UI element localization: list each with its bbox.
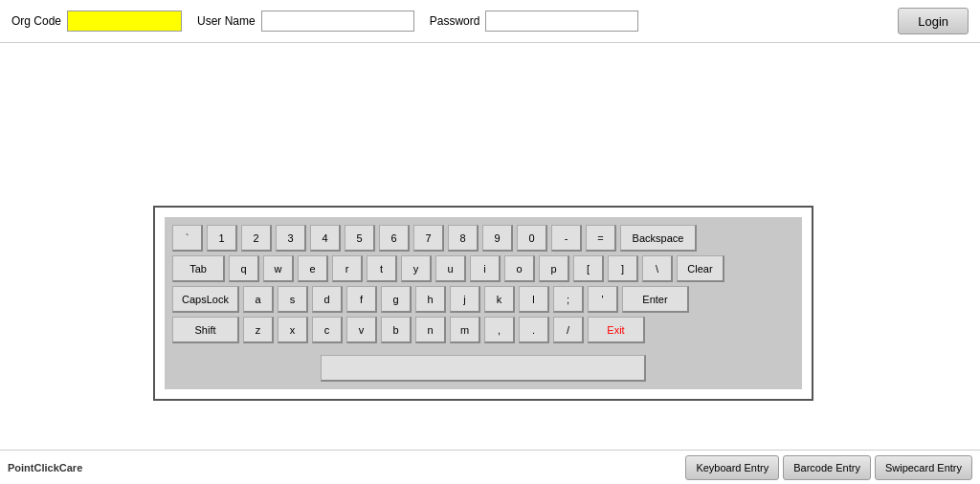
spacebar-wrap (172, 355, 794, 382)
swipecard-entry-button[interactable]: Swipecard Entry (875, 455, 972, 480)
password-group: Password (430, 11, 639, 32)
brand-label: PointClickCare (8, 462, 82, 473)
org-code-input[interactable] (67, 11, 182, 32)
username-label: User Name (197, 14, 256, 28)
key-row-2: Tab q w e r t y u i o p [ ] \ Clear (172, 255, 794, 282)
key-minus[interactable]: - (551, 225, 582, 252)
login-button[interactable]: Login (898, 8, 969, 34)
key-h[interactable]: h (415, 286, 446, 313)
footer-buttons: Keyboard Entry Barcode Entry Swipecard E… (685, 455, 972, 480)
main-content: ` 1 2 3 4 5 6 7 8 9 0 - = Backspace Tab … (0, 43, 980, 454)
key-m[interactable]: m (450, 317, 480, 343)
key-tab[interactable]: Tab (172, 255, 225, 282)
key-comma[interactable]: , (484, 317, 515, 343)
key-c[interactable]: c (312, 317, 343, 343)
key-row-4: Shift z x c v b n m , . / Exit (172, 317, 794, 343)
key-6[interactable]: 6 (379, 225, 410, 252)
key-backtick[interactable]: ` (172, 225, 203, 252)
key-b[interactable]: b (381, 317, 412, 343)
key-g[interactable]: g (381, 286, 412, 313)
key-w[interactable]: w (263, 255, 294, 282)
key-lbracket[interactable]: [ (573, 255, 604, 282)
key-rbracket[interactable]: ] (608, 255, 638, 282)
key-f[interactable]: f (346, 286, 377, 313)
key-backslash[interactable]: \ (642, 255, 673, 282)
key-1[interactable]: 1 (207, 225, 237, 252)
key-9[interactable]: 9 (482, 225, 513, 252)
key-backspace[interactable]: Backspace (620, 225, 697, 252)
username-group: User Name (197, 11, 414, 32)
key-quote[interactable]: ' (588, 286, 618, 313)
key-exit[interactable]: Exit (588, 317, 645, 343)
username-input[interactable] (261, 11, 414, 32)
key-q[interactable]: q (229, 255, 259, 282)
key-t[interactable]: t (367, 255, 397, 282)
key-7[interactable]: 7 (413, 225, 444, 252)
key-equals[interactable]: = (586, 225, 616, 252)
key-e[interactable]: e (298, 255, 328, 282)
key-u[interactable]: u (435, 255, 466, 282)
key-semicolon[interactable]: ; (553, 286, 584, 313)
key-4[interactable]: 4 (310, 225, 341, 252)
key-capslock[interactable]: CapsLock (172, 286, 239, 313)
keyboard-entry-button[interactable]: Keyboard Entry (685, 455, 779, 480)
key-8[interactable]: 8 (448, 225, 479, 252)
key-a[interactable]: a (243, 286, 274, 313)
key-j[interactable]: j (450, 286, 480, 313)
key-l[interactable]: l (519, 286, 549, 313)
key-shift[interactable]: Shift (172, 317, 239, 343)
keyboard-inner: ` 1 2 3 4 5 6 7 8 9 0 - = Backspace Tab … (165, 217, 802, 351)
org-code-label: Org Code (11, 14, 61, 28)
keyboard-container: ` 1 2 3 4 5 6 7 8 9 0 - = Backspace Tab … (153, 206, 813, 401)
key-i[interactable]: i (470, 255, 501, 282)
password-label: Password (430, 14, 480, 28)
key-s[interactable]: s (278, 286, 308, 313)
key-period[interactable]: . (519, 317, 549, 343)
password-input[interactable] (485, 11, 638, 32)
key-k[interactable]: k (484, 286, 515, 313)
key-slash[interactable]: / (553, 317, 584, 343)
key-5[interactable]: 5 (345, 225, 375, 252)
key-z[interactable]: z (243, 317, 274, 343)
key-n[interactable]: n (415, 317, 446, 343)
key-2[interactable]: 2 (241, 225, 272, 252)
key-p[interactable]: p (539, 255, 569, 282)
key-x[interactable]: x (278, 317, 308, 343)
footer-bar: PointClickCare Keyboard Entry Barcode En… (0, 450, 980, 484)
header-bar: Org Code User Name Password Login (0, 0, 980, 43)
key-space[interactable] (321, 355, 646, 382)
key-d[interactable]: d (312, 286, 343, 313)
key-enter[interactable]: Enter (622, 286, 689, 313)
key-3[interactable]: 3 (276, 225, 306, 252)
key-row-1: ` 1 2 3 4 5 6 7 8 9 0 - = Backspace (172, 225, 794, 252)
org-code-group: Org Code (11, 11, 182, 32)
key-0[interactable]: 0 (517, 225, 547, 252)
key-o[interactable]: o (504, 255, 535, 282)
key-y[interactable]: y (401, 255, 432, 282)
key-row-3: CapsLock a s d f g h j k l ; ' Enter (172, 286, 794, 313)
key-clear[interactable]: Clear (677, 255, 724, 282)
barcode-entry-button[interactable]: Barcode Entry (783, 455, 871, 480)
spacebar-row (165, 351, 802, 389)
key-v[interactable]: v (346, 317, 377, 343)
key-r[interactable]: r (332, 255, 363, 282)
